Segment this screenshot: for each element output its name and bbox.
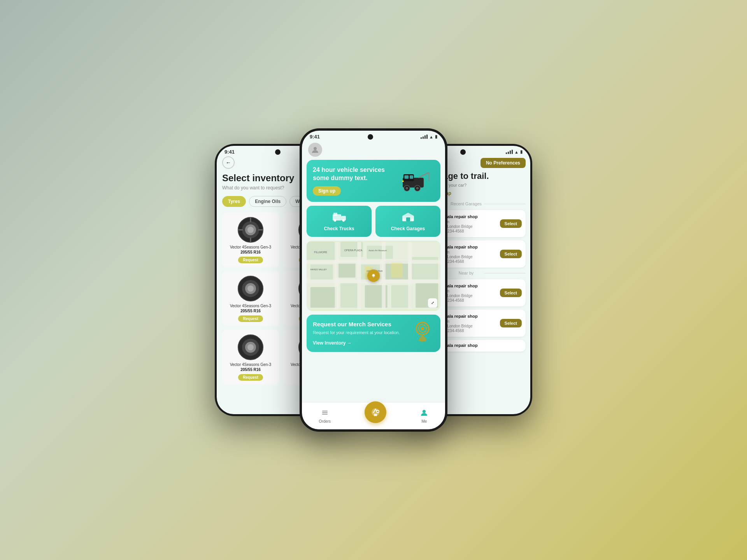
home-fab-button[interactable] [365, 401, 386, 423]
svg-rect-46 [406, 217, 410, 221]
orders-label: Orders [319, 419, 331, 424]
svg-rect-63 [307, 260, 440, 264]
check-garages-label: Check Garages [391, 226, 425, 231]
svg-rect-67 [382, 242, 386, 310]
tire-image [235, 216, 266, 243]
tab-engine-oils[interactable]: Engine Oils [249, 196, 286, 207]
wifi-icon: ▲ [429, 135, 433, 139]
svg-rect-32 [410, 175, 413, 178]
svg-text:FILLMORE: FILLMORE [314, 251, 327, 254]
svg-point-3 [247, 227, 254, 233]
svg-rect-66 [357, 242, 361, 310]
center-content: 24 hour vehicle services some dummy text… [302, 141, 445, 427]
svg-rect-58 [310, 287, 337, 308]
center-time: 9:41 [310, 134, 320, 140]
truck-icon [331, 211, 347, 223]
svg-point-28 [314, 147, 317, 150]
no-preferences-button[interactable]: No Preferences [480, 158, 526, 168]
svg-line-33 [419, 172, 429, 178]
check-garages-button[interactable]: Check Garages [375, 206, 440, 237]
svg-point-80 [419, 340, 426, 342]
check-trucks-button[interactable]: Check Trucks [307, 206, 372, 237]
svg-point-43 [334, 219, 336, 222]
bottom-nav: Orders [302, 402, 445, 427]
svg-point-15 [247, 285, 254, 292]
svg-rect-65 [335, 242, 338, 310]
nav-orders[interactable]: Orders [319, 409, 331, 424]
phones-container: 9:41 ▲ ▮ ← Select inv [101, 47, 646, 513]
center-phone: 9:41 ▲ ▮ [300, 128, 447, 432]
center-camera-notch [368, 134, 373, 140]
signup-button[interactable]: Sign up [313, 186, 341, 196]
product-name: Vector 4Seasons Gen-3 [230, 362, 271, 367]
request-button[interactable]: Request [238, 315, 263, 322]
svg-point-47 [403, 219, 405, 221]
merch-icon [411, 321, 434, 344]
center-status-bar: 9:41 ▲ ▮ [302, 131, 445, 141]
svg-rect-52 [367, 245, 393, 259]
product-name: Vector 4Seasons Gen-3 [230, 245, 271, 249]
avatar[interactable] [308, 143, 322, 157]
svg-text:OPERA PLAZA: OPERA PLAZA [344, 249, 363, 252]
center-scroll: 24 hour vehicle services some dummy text… [302, 160, 445, 427]
back-button[interactable]: ← [222, 156, 235, 169]
product-size: 205/55 R16 [240, 309, 261, 313]
merch-card: Request our Merch Services Request for y… [307, 315, 440, 352]
select-garage-button[interactable]: Select [500, 289, 522, 297]
svg-rect-39 [402, 180, 404, 182]
map-bg: FILLMORE OPERA PLAZA Asian Art Museum CI… [307, 241, 440, 311]
svg-point-48 [411, 219, 414, 221]
svg-rect-70 [391, 262, 402, 278]
banner-text: 24 hour vehicle services some dummy text… [313, 166, 399, 196]
nav-me[interactable]: Me [420, 409, 428, 424]
list-item: Vector 4Seasons Gen-3 205/55 R16 Request [222, 271, 279, 326]
select-garage-button[interactable]: Select [500, 250, 522, 258]
svg-point-79 [421, 327, 424, 330]
service-buttons: Check Trucks [307, 206, 440, 237]
merch-text: Request our Merch Services Request for y… [313, 321, 400, 346]
product-size: 205/55 R16 [240, 250, 261, 254]
center-top-bar [302, 141, 445, 160]
svg-rect-54 [337, 262, 355, 278]
signal-bars [421, 135, 428, 139]
svg-point-44 [342, 219, 345, 222]
map-container[interactable]: FILLMORE OPERA PLAZA Asian Art Museum CI… [307, 241, 440, 311]
view-inventory-button[interactable]: View Inventory → [313, 340, 352, 346]
banner-card: 24 hour vehicle services some dummy text… [307, 160, 440, 202]
list-item: Vector 4Seasons Gen-3 205/55 R16 Request [222, 212, 279, 267]
svg-rect-41 [333, 213, 337, 216]
svg-rect-68 [408, 242, 412, 310]
me-icon [420, 409, 428, 418]
svg-text:Asian Art Museum: Asian Art Museum [368, 249, 387, 252]
check-trucks-label: Check Trucks [324, 226, 354, 231]
select-garage-button[interactable]: Select [500, 319, 522, 327]
battery-icon: ▮ [435, 134, 437, 139]
svg-rect-85 [374, 414, 377, 416]
svg-text:HAYES VALLEY: HAYES VALLEY [310, 268, 327, 270]
me-label: Me [421, 419, 427, 424]
battery-icon: ▮ [520, 149, 523, 154]
product-name: Vector 4Seasons Gen-3 [230, 304, 271, 308]
center-status-icons: ▲ ▮ [421, 134, 437, 139]
svg-rect-31 [405, 175, 409, 178]
svg-point-87 [423, 410, 426, 413]
request-button[interactable]: Request [238, 374, 263, 381]
orders-icon [321, 409, 329, 418]
right-status-icons: ▲ ▮ [506, 149, 523, 154]
tire-image [235, 334, 266, 361]
map-expand-button[interactable]: ⤢ [428, 298, 437, 308]
tire-image [235, 275, 266, 302]
tab-tyres[interactable]: Tyres [222, 196, 246, 207]
truck-illustration [399, 167, 434, 194]
wifi-icon: ▲ [514, 150, 519, 154]
signal-bars [506, 150, 513, 154]
banner-title: 24 hour vehicle services some dummy text… [313, 166, 399, 182]
svg-point-23 [247, 344, 254, 350]
request-button[interactable]: Request [238, 257, 263, 263]
garage-icon [400, 211, 416, 223]
svg-point-38 [416, 187, 419, 189]
select-garage-button[interactable]: Select [500, 219, 522, 228]
left-camera-notch [275, 149, 281, 155]
svg-point-36 [405, 187, 408, 189]
merch-description: Request for your requirement at your loc… [313, 330, 400, 336]
